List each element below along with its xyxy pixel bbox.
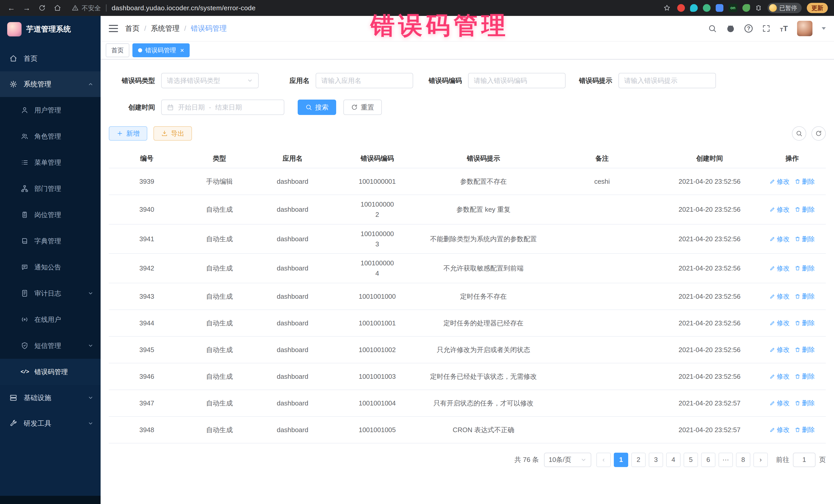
more-pages-button[interactable]: ··· [719,453,733,467]
extension-record-icon[interactable] [677,4,685,12]
delete-link[interactable]: 删除 [795,234,815,244]
extensions-puzzle-icon[interactable] [755,4,762,12]
delete-link[interactable]: 删除 [795,345,815,355]
edit-link[interactable]: 修改 [770,234,790,244]
edit-link[interactable]: 修改 [770,345,790,355]
search-button[interactable]: 搜索 [298,100,336,115]
page-button-3[interactable]: 3 [649,453,663,467]
page-size-select[interactable]: 10条/页 [544,453,591,467]
page-button-8[interactable]: 8 [736,453,750,467]
delete-link[interactable]: 删除 [795,204,815,215]
reset-button[interactable]: 重置 [343,100,382,115]
edit-link[interactable]: 修改 [770,371,790,381]
cell-type: 自动生成 [185,394,254,412]
toggle-search-button[interactable] [792,126,806,140]
cell-msg: 定时任务不存在 [423,287,544,306]
refresh-table-button[interactable] [811,126,826,140]
page-button-4[interactable]: 4 [666,453,681,467]
sidebar-item-posts[interactable]: 岗位管理 [0,202,101,228]
profile-paused-badge[interactable]: 已暂停 [768,3,802,13]
sidebar-item-dict[interactable]: 字典管理 [0,228,101,254]
sidebar-item-users[interactable]: 用户管理 [0,97,101,123]
sidebar-item-label: 字典管理 [35,237,61,246]
create-time-label: 创建时间 [109,103,155,112]
extension-vue-icon[interactable] [703,4,710,12]
sidebar-item-roles[interactable]: 角色管理 [0,123,101,149]
edit-link[interactable]: 修改 [770,318,790,328]
delete-link[interactable]: 删除 [795,371,815,381]
sidebar-item-devtools[interactable]: 研发工具 [0,411,101,436]
forward-button[interactable]: → [22,3,32,13]
page-button-5[interactable]: 5 [684,453,698,467]
edit-link[interactable]: 修改 [770,204,790,215]
prev-page-button[interactable]: ‹ [596,453,611,467]
security-indicator[interactable]: 不安全 [72,4,101,12]
tab-home[interactable]: 首页 [106,43,129,57]
sidebar-item-notice[interactable]: 通知公告 [0,254,101,280]
search-icon[interactable] [708,24,717,33]
edit-link[interactable]: 修改 [770,263,790,273]
app-logo-header[interactable]: 芋道管理系统 [0,16,101,43]
next-page-button[interactable]: › [753,453,768,467]
edit-link[interactable]: 修改 [770,291,790,301]
fullscreen-icon[interactable] [762,24,771,33]
reload-button[interactable] [37,3,47,13]
close-icon[interactable]: × [180,47,184,53]
goto-label: 前往 [776,455,789,464]
extension-leaf-icon[interactable] [742,4,750,12]
page-button-6[interactable]: 6 [701,453,716,467]
github-icon[interactable] [726,24,735,33]
sidebar-item-error-code[interactable]: </> 错误码管理 [0,359,101,385]
goto-page-input[interactable] [793,453,815,467]
cell-type: 自动生成 [185,367,254,386]
error-hint-input[interactable] [618,73,716,88]
delete-link[interactable]: 删除 [795,177,815,187]
home-button[interactable] [52,3,63,13]
delete-link[interactable]: 删除 [795,263,815,273]
error-type-select[interactable]: 请选择错误码类型 [161,73,259,88]
tab-error-code[interactable]: 错误码管理 × [132,43,190,57]
edit-link[interactable]: 修改 [770,398,790,408]
sidebar-item-sms[interactable]: 短信管理 [0,333,101,359]
sidebar-item-depts[interactable]: 部门管理 [0,176,101,202]
sidebar-item-label: 错误码管理 [35,368,68,376]
extension-on-badge[interactable]: on [728,4,737,12]
edit-link[interactable]: 修改 [770,425,790,435]
page-button-1[interactable]: 1 [614,453,628,467]
table-header: 编号 类型 应用名 错误码编码 错误码提示 备注 创建时间 操作 [109,149,826,168]
caret-down-icon[interactable] [822,27,826,30]
help-icon[interactable]: ? [744,24,753,32]
delete-link[interactable]: 删除 [795,318,815,328]
sidebar-item-infra[interactable]: 基础设施 [0,385,101,411]
delete-link[interactable]: 删除 [795,398,815,408]
extension-grid-icon[interactable] [716,4,723,12]
sidebar-collapse-bar[interactable] [0,496,101,504]
server-icon [9,394,18,401]
breadcrumb: 首页 / 系统管理 / 错误码管理 [125,24,227,34]
sidebar-item-home[interactable]: 首页 [0,46,101,71]
font-size-icon[interactable]: TT [780,25,788,32]
create-time-range[interactable]: 开始日期 - 结束日期 [161,100,284,115]
hamburger-icon[interactable] [109,25,118,32]
add-button[interactable]: 新增 [109,126,147,140]
export-button[interactable]: 导出 [153,126,192,140]
cell-memo [544,399,660,407]
address-bar[interactable]: dashboard.yudao.iocoder.cn/system/error-… [112,4,256,12]
delete-link[interactable]: 删除 [795,291,815,301]
error-code-input[interactable] [468,73,566,88]
update-button[interactable]: 更新 [807,3,828,13]
breadcrumb-home[interactable]: 首页 [125,24,139,34]
sidebar-item-online-users[interactable]: 在线用户 [0,306,101,333]
extension-drop-icon[interactable] [690,4,698,12]
sidebar-item-menus[interactable]: 菜单管理 [0,149,101,176]
sidebar-item-audit-log[interactable]: 审计日志 [0,280,101,306]
bookmark-star-icon[interactable] [662,3,672,13]
breadcrumb-system[interactable]: 系统管理 [151,24,180,34]
sidebar-item-system[interactable]: 系统管理 [0,71,101,97]
back-button[interactable]: ← [6,3,17,13]
user-avatar[interactable] [797,21,812,36]
app-name-input[interactable] [316,73,413,88]
page-button-2[interactable]: 2 [631,453,646,467]
delete-link[interactable]: 删除 [795,425,815,435]
edit-link[interactable]: 修改 [770,177,790,187]
